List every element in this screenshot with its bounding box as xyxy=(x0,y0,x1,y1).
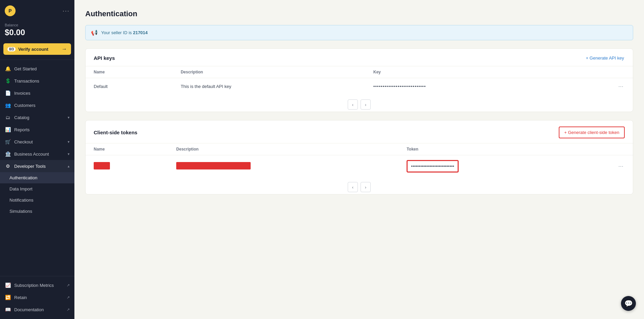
api-key-name: Default xyxy=(86,78,172,95)
chat-icon: 💬 xyxy=(624,299,633,307)
customers-label: Customers xyxy=(14,103,36,108)
sidebar-item-subscription-metrics[interactable]: 📈 Subscription Metrics ↗ xyxy=(0,279,74,291)
sidebar-header: P ··· xyxy=(0,0,74,22)
subscription-metrics-external-icon: ↗ xyxy=(67,283,70,288)
reports-icon: 📊 xyxy=(5,127,11,133)
client-tokens-title: Client-side tokens xyxy=(94,130,137,135)
client-tokens-table-header-row: Name Description Token xyxy=(86,143,633,155)
sidebar-menu-dots[interactable]: ··· xyxy=(63,7,70,15)
api-keys-col-name: Name xyxy=(86,66,172,78)
seller-id-banner: 📢 Your seller ID is 217014 xyxy=(85,25,633,40)
sidebar-item-get-started[interactable]: 🔔 Get Started xyxy=(0,63,74,75)
sidebar-item-data-import[interactable]: Data Import xyxy=(0,183,74,195)
sidebar-item-reports[interactable]: 📊 Reports xyxy=(0,123,74,136)
transactions-label: Transactions xyxy=(14,78,39,84)
sidebar-item-simulations[interactable]: Simulations xyxy=(0,206,74,217)
developer-tools-label: Developer Tools xyxy=(14,164,46,169)
data-import-label: Data Import xyxy=(9,186,32,191)
sidebar-item-developer-tools[interactable]: ⚙ Developer Tools ▴ xyxy=(0,160,74,172)
main-content: Authentication 📢 Your seller ID is 21701… xyxy=(74,0,644,319)
business-account-icon: 🏦 xyxy=(5,151,11,157)
client-token-name xyxy=(86,155,168,178)
business-account-chevron-icon: ▾ xyxy=(68,152,70,156)
sidebar: P ··· Balance $0.00 0/3 Verify account →… xyxy=(0,0,74,319)
client-tokens-col-description: Description xyxy=(168,143,398,155)
catalog-icon: 🗂 xyxy=(5,114,11,120)
client-tokens-prev-button[interactable]: ‹ xyxy=(348,182,358,192)
sidebar-item-transactions[interactable]: 💲 Transactions xyxy=(0,75,74,87)
subscription-metrics-icon: 📈 xyxy=(5,282,11,288)
balance-amount: $0.00 xyxy=(5,28,70,37)
speaker-icon: 📢 xyxy=(91,29,98,36)
sidebar-item-business-account[interactable]: 🏦 Business Account ▾ xyxy=(0,148,74,160)
authentication-label: Authentication xyxy=(9,175,37,180)
api-key-value: •••••••••••••••••••••••••••• xyxy=(365,78,564,95)
retain-external-icon: ↗ xyxy=(67,295,70,300)
invoices-label: Invoices xyxy=(14,91,30,96)
get-started-label: Get Started xyxy=(14,66,37,71)
documentation-external-icon: ↗ xyxy=(67,307,70,312)
notifications-label: Notifications xyxy=(9,198,33,203)
generate-client-token-button[interactable]: + Generate client-side token xyxy=(559,127,625,138)
api-keys-col-action xyxy=(564,66,633,78)
api-key-actions: ··· xyxy=(564,78,633,95)
verify-account-bar[interactable]: 0/3 Verify account → xyxy=(3,43,71,55)
sidebar-nav: 🔔 Get Started 💲 Transactions 📄 Invoices … xyxy=(0,61,74,276)
sidebar-divider xyxy=(0,60,74,60)
client-tokens-table: Name Description Token •••••••••••••••••… xyxy=(86,143,633,177)
client-token-description xyxy=(168,155,398,178)
sidebar-item-checkout[interactable]: 🛒 Checkout ▾ xyxy=(0,136,74,148)
verify-arrow-icon: → xyxy=(62,46,67,52)
checkout-icon: 🛒 xyxy=(5,139,11,145)
api-keys-header: API keys + Generate API key xyxy=(86,49,633,66)
sidebar-item-invoices[interactable]: 📄 Invoices xyxy=(0,87,74,99)
logo: P xyxy=(5,5,16,16)
page-title: Authentication xyxy=(85,9,633,18)
retain-label: Retain xyxy=(14,295,27,300)
client-tokens-card: Client-side tokens + Generate client-sid… xyxy=(85,120,633,195)
retain-icon: 🔁 xyxy=(5,294,11,300)
sidebar-item-authentication[interactable]: Authentication xyxy=(0,172,74,183)
get-started-icon: 🔔 xyxy=(5,66,11,72)
subscription-metrics-label: Subscription Metrics xyxy=(14,283,54,288)
business-account-label: Business Account xyxy=(14,152,49,157)
checkout-chevron-icon: ▾ xyxy=(68,140,70,144)
client-tokens-header: Client-side tokens + Generate client-sid… xyxy=(86,120,633,143)
chat-button[interactable]: 💬 xyxy=(621,296,636,311)
seller-id-value: 217014 xyxy=(133,30,147,35)
api-keys-col-key: Key xyxy=(365,66,564,78)
api-keys-pagination: ‹ › xyxy=(86,95,633,112)
api-keys-table: Name Description Key Default This is the… xyxy=(86,66,633,95)
client-tokens-col-token: Token xyxy=(398,143,572,155)
table-row: •••••••••••••••••••••••••••• ··· xyxy=(86,155,633,178)
client-token-more-button[interactable]: ··· xyxy=(617,163,625,170)
client-token-name-redacted xyxy=(94,162,110,169)
client-tokens-col-name: Name xyxy=(86,143,168,155)
customers-icon: 👥 xyxy=(5,102,11,108)
generate-api-key-button[interactable]: + Generate API key xyxy=(585,55,625,61)
api-keys-prev-button[interactable]: ‹ xyxy=(348,99,358,110)
api-keys-col-description: Description xyxy=(172,66,365,78)
api-key-more-button[interactable]: ··· xyxy=(617,83,625,90)
sidebar-item-retain[interactable]: 🔁 Retain ↗ xyxy=(0,291,74,303)
documentation-icon: 📖 xyxy=(5,306,11,313)
checkout-label: Checkout xyxy=(14,139,33,144)
client-token-highlighted: •••••••••••••••••••••••••••• xyxy=(407,160,458,173)
client-tokens-pagination: ‹ › xyxy=(86,177,633,194)
sidebar-item-documentation[interactable]: 📖 Documentation ↗ xyxy=(0,303,74,316)
verify-badge: 0/3 xyxy=(7,47,16,51)
sidebar-item-customers[interactable]: 👥 Customers xyxy=(0,99,74,111)
developer-tools-icon: ⚙ xyxy=(5,163,11,169)
reports-label: Reports xyxy=(14,127,30,132)
api-keys-next-button[interactable]: › xyxy=(361,99,371,110)
invoices-icon: 📄 xyxy=(5,90,11,96)
balance-section: Balance $0.00 xyxy=(0,22,74,42)
api-keys-table-header-row: Name Description Key xyxy=(86,66,633,78)
client-tokens-col-action xyxy=(572,143,633,155)
client-token-desc-redacted xyxy=(176,162,251,169)
sidebar-item-notifications[interactable]: Notifications xyxy=(0,195,74,206)
sidebar-item-catalog[interactable]: 🗂 Catalog ▾ xyxy=(0,111,74,123)
client-tokens-next-button[interactable]: › xyxy=(361,182,371,192)
catalog-label: Catalog xyxy=(14,115,29,120)
catalog-chevron-icon: ▾ xyxy=(68,115,70,120)
